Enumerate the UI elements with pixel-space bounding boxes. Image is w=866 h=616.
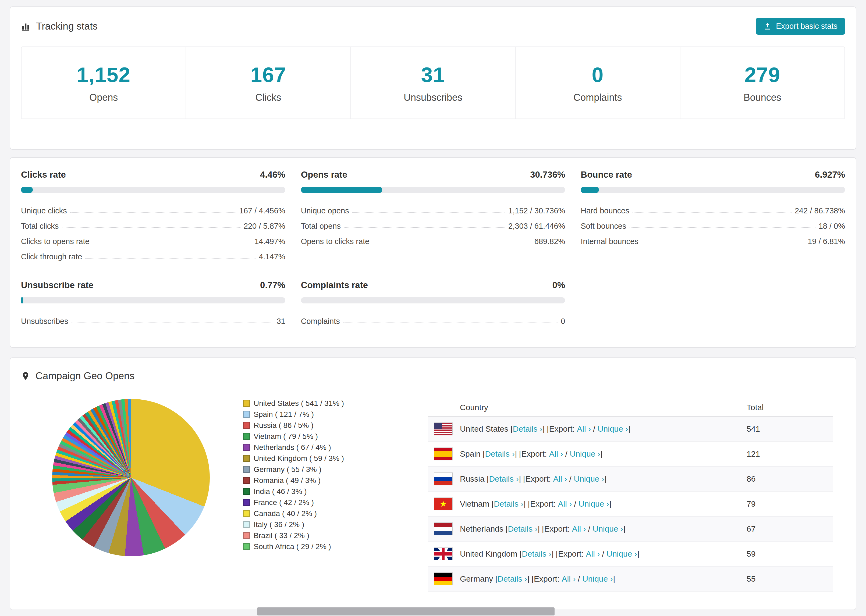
opens-label: Opens bbox=[89, 92, 118, 103]
rate-detail-value: 1,152 / 30.736% bbox=[508, 206, 565, 215]
horizontal-scrollbar-thumb[interactable] bbox=[257, 607, 554, 616]
legend-swatch bbox=[243, 532, 250, 539]
country-cell: Russia [Details ›] [Export: All › / Uniq… bbox=[460, 475, 746, 484]
export-all-link[interactable]: All › bbox=[553, 475, 567, 484]
rate-detail-row: Opens to clicks rate689.82% bbox=[301, 231, 565, 246]
complaints-label: Complaints bbox=[573, 92, 622, 103]
dotted-leader bbox=[352, 212, 505, 212]
details-link[interactable]: Details › bbox=[513, 424, 542, 434]
flag-gb-icon bbox=[434, 548, 452, 560]
legend-item[interactable]: United States ( 541 / 31% ) bbox=[243, 398, 344, 409]
table-row: Spain [Details ›] [Export: All › / Uniqu… bbox=[428, 442, 833, 467]
country-cell: Vietnam [Details ›] [Export: All › / Uni… bbox=[460, 499, 746, 509]
rate-detail-label: Total clicks bbox=[21, 222, 58, 231]
rate-detail-row: Internal bounces19 / 6.81% bbox=[581, 231, 845, 246]
table-cell-text: Vietnam [ bbox=[460, 499, 494, 509]
export-all-link[interactable]: All › bbox=[577, 424, 591, 434]
country-cell: Germany [Details ›] [Export: All › / Uni… bbox=[460, 574, 746, 583]
opens-rate-percent: 30.736% bbox=[530, 170, 565, 180]
export-unique-link[interactable]: Unique › bbox=[574, 475, 604, 484]
stats-summary-grid: 1,152 Opens 167 Clicks 31 Unsubscribes 0… bbox=[21, 47, 845, 119]
legend-swatch bbox=[243, 411, 250, 418]
legend-item[interactable]: Spain ( 121 / 7% ) bbox=[243, 409, 344, 420]
table-cell-text: ] bbox=[613, 574, 615, 583]
legend-item[interactable]: United Kingdom ( 59 / 3% ) bbox=[243, 453, 344, 464]
export-basic-stats-button[interactable]: Export basic stats bbox=[756, 18, 845, 35]
legend-label: Canada ( 40 / 2% ) bbox=[254, 509, 317, 518]
rate-detail-label: Soft bounces bbox=[581, 222, 626, 231]
rate-card-complaints: Complaints rate 0% Complaints0 bbox=[301, 280, 565, 326]
total-cell: 86 bbox=[746, 475, 827, 484]
unsubscribes-count: 31 bbox=[421, 63, 445, 87]
legend-label: Romania ( 49 / 3% ) bbox=[254, 476, 321, 485]
legend-item[interactable]: Brazil ( 33 / 2% ) bbox=[243, 530, 344, 541]
legend-item[interactable]: Italy ( 36 / 2% ) bbox=[243, 519, 344, 530]
table-cell-text: / bbox=[563, 449, 570, 459]
legend-item[interactable]: Netherlands ( 67 / 4% ) bbox=[243, 442, 344, 453]
stat-box-complaints: 0 Complaints bbox=[516, 47, 680, 118]
table-header-row: Country Total bbox=[428, 399, 833, 416]
legend-item[interactable]: Vietnam ( 79 / 5% ) bbox=[243, 431, 344, 442]
export-unique-link[interactable]: Unique › bbox=[598, 424, 628, 434]
rate-detail-label: Hard bounces bbox=[581, 206, 629, 215]
dotted-leader bbox=[70, 212, 236, 212]
table-row: United States [Details ›] [Export: All ›… bbox=[428, 416, 833, 442]
dotted-leader bbox=[343, 322, 557, 323]
export-unique-link[interactable]: Unique › bbox=[582, 574, 612, 583]
progress-fill bbox=[581, 187, 599, 193]
export-all-link[interactable]: All › bbox=[549, 449, 563, 459]
opens-rate-title: Opens rate bbox=[301, 170, 347, 180]
table-cell-text: ] [Export: bbox=[527, 574, 562, 583]
legend-item[interactable]: Russia ( 86 / 5% ) bbox=[243, 420, 344, 431]
legend-item[interactable]: Romania ( 49 / 3% ) bbox=[243, 475, 344, 486]
export-unique-link[interactable]: Unique › bbox=[606, 549, 637, 558]
geo-pie-chart[interactable] bbox=[52, 399, 210, 556]
total-cell: 59 bbox=[746, 549, 827, 558]
country-cell: United States [Details ›] [Export: All ›… bbox=[460, 424, 746, 434]
rates-panel: Clicks rate 4.46% Unique clicks167 / 4.4… bbox=[10, 157, 856, 348]
rate-detail-row: Complaints0 bbox=[301, 310, 565, 326]
legend-label: United States ( 541 / 31% ) bbox=[254, 399, 344, 408]
export-all-link[interactable]: All › bbox=[562, 574, 576, 583]
legend-label: India ( 46 / 3% ) bbox=[254, 487, 307, 496]
dotted-leader bbox=[633, 212, 792, 212]
table-cell-text: United Kingdom [ bbox=[460, 549, 522, 558]
rate-detail-label: Unique opens bbox=[301, 206, 349, 215]
table-cell-text: ] bbox=[637, 549, 639, 558]
export-all-link[interactable]: All › bbox=[558, 499, 572, 509]
details-link[interactable]: Details › bbox=[508, 524, 537, 533]
country-cell: Spain [Details ›] [Export: All › / Uniqu… bbox=[460, 449, 746, 459]
export-unique-link[interactable]: Unique › bbox=[578, 499, 609, 509]
export-unique-link[interactable]: Unique › bbox=[570, 449, 600, 459]
bounces-count: 279 bbox=[745, 63, 780, 87]
export-all-link[interactable]: All › bbox=[586, 549, 600, 558]
table-cell-text: Spain [ bbox=[460, 449, 485, 459]
unsubscribe-rate-percent: 0.77% bbox=[260, 280, 285, 290]
legend-item[interactable]: France ( 42 / 2% ) bbox=[243, 497, 344, 508]
legend-swatch bbox=[243, 488, 250, 495]
table-row: Netherlands [Details ›] [Export: All › /… bbox=[428, 517, 833, 542]
complaints-count: 0 bbox=[592, 63, 603, 87]
legend-item[interactable]: India ( 46 / 3% ) bbox=[243, 486, 344, 497]
legend-label: Vietnam ( 79 / 5% ) bbox=[254, 432, 318, 441]
details-link[interactable]: Details › bbox=[494, 499, 523, 509]
details-link[interactable]: Details › bbox=[485, 449, 515, 459]
legend-swatch bbox=[243, 455, 250, 462]
details-link[interactable]: Details › bbox=[498, 574, 527, 583]
rate-detail-row: Total opens2,303 / 61.446% bbox=[301, 215, 565, 231]
opens-rate-progress-bar bbox=[301, 187, 565, 193]
details-link[interactable]: Details › bbox=[522, 549, 551, 558]
export-unique-link[interactable]: Unique › bbox=[593, 524, 623, 533]
legend-item[interactable]: Germany ( 55 / 3% ) bbox=[243, 464, 344, 475]
legend-item[interactable]: Canada ( 40 / 2% ) bbox=[243, 508, 344, 519]
total-cell: 79 bbox=[746, 499, 827, 509]
legend-swatch bbox=[243, 422, 250, 429]
export-all-link[interactable]: All › bbox=[572, 524, 586, 533]
details-link[interactable]: Details › bbox=[489, 475, 518, 484]
stat-box-clicks: 167 Clicks bbox=[186, 47, 350, 118]
table-cell-text: / bbox=[576, 574, 582, 583]
rate-detail-label: Total opens bbox=[301, 222, 341, 231]
bar-chart-icon bbox=[21, 22, 31, 31]
stat-box-bounces: 279 Bounces bbox=[680, 47, 844, 118]
legend-item[interactable]: South Africa ( 29 / 2% ) bbox=[243, 541, 344, 552]
